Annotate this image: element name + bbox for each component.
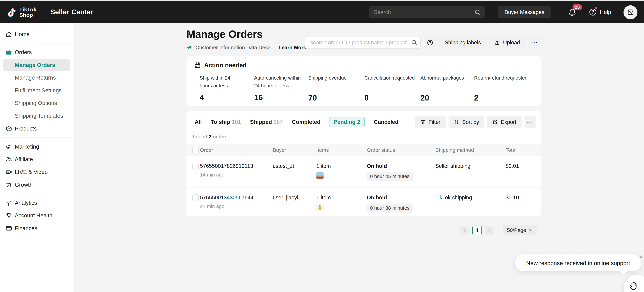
tab-pending[interactable]: Pending2 bbox=[329, 117, 365, 127]
sidebar-item-manage-orders[interactable]: Manage Orders bbox=[3, 59, 70, 71]
table-row[interactable]: 576550017826919113 14 min ago ustest_zt … bbox=[186, 156, 541, 188]
status-countdown: 0 hour 38 minutes bbox=[367, 203, 413, 212]
action-needed-header: Action needed bbox=[194, 61, 534, 68]
buyer-name: ustest_zt bbox=[273, 163, 316, 187]
search-icon bbox=[474, 9, 481, 15]
announcement-megaphone-icon bbox=[186, 44, 192, 50]
sidebar-item-shipping-options[interactable]: Shipping Options bbox=[0, 97, 74, 110]
stat-cancellation-requested[interactable]: Cancellation requested 0 bbox=[364, 74, 420, 102]
buyer-messages-button[interactable]: Buyer Messages bbox=[498, 6, 551, 18]
header-more-button[interactable]: ··· bbox=[528, 36, 541, 49]
products-icon bbox=[5, 125, 12, 132]
browser-edge-strip bbox=[0, 0, 644, 1]
filter-button[interactable]: Filter bbox=[415, 116, 446, 128]
orders-more-button[interactable]: ··· bbox=[524, 116, 536, 128]
sidebar-item-manage-returns[interactable]: Manage Returns bbox=[0, 71, 74, 84]
page-size-select[interactable]: 50/Page bbox=[503, 225, 537, 235]
current-page[interactable]: 1 bbox=[472, 225, 482, 235]
video-icon bbox=[5, 169, 12, 176]
product-thumbnail[interactable] bbox=[316, 203, 324, 211]
help-circle-button[interactable] bbox=[424, 36, 436, 49]
stat-abnormal-packages[interactable]: Abnormal packages 20 bbox=[420, 74, 474, 102]
next-page-button[interactable] bbox=[485, 225, 494, 235]
support-chat-button[interactable] bbox=[624, 275, 644, 292]
tab-canceled[interactable]: Canceled bbox=[374, 119, 398, 125]
action-needed-card: Action needed Ship within 24 hours or le… bbox=[186, 56, 541, 106]
toast-close-icon[interactable]: × bbox=[640, 254, 643, 260]
orders-icon bbox=[5, 49, 12, 56]
analytics-icon bbox=[5, 199, 12, 206]
found-orders-text: Found 2 orders bbox=[192, 134, 541, 140]
sidebar-item-products[interactable]: Products bbox=[0, 122, 74, 135]
upload-button[interactable]: Upload bbox=[489, 36, 525, 49]
select-all-checkbox[interactable] bbox=[192, 147, 199, 154]
chevron-down-icon bbox=[528, 228, 533, 232]
sidebar-divider bbox=[0, 137, 74, 138]
learn-more-link[interactable]: Learn More bbox=[278, 44, 306, 50]
shipping-method: TikTok shipping bbox=[436, 194, 506, 219]
app-title: Seller Center bbox=[50, 8, 93, 16]
sidebar-divider bbox=[0, 43, 74, 43]
sidebar-divider bbox=[0, 194, 74, 194]
pagination: 1 50/Page bbox=[460, 225, 537, 235]
tab-all[interactable]: All bbox=[194, 119, 202, 125]
sidebar-item-marketing[interactable]: Marketing bbox=[0, 140, 74, 153]
tab-completed[interactable]: Completed bbox=[292, 119, 320, 125]
stat-return-refund[interactable]: Return/refund requested 2 bbox=[474, 74, 534, 102]
sidebar-item-live-video[interactable]: LIVE & Video bbox=[0, 166, 74, 179]
sidebar-item-account-health[interactable]: Account Health bbox=[0, 209, 74, 222]
megaphone-icon bbox=[5, 143, 12, 150]
tab-shipped[interactable]: Shipped184 bbox=[250, 119, 283, 125]
tiktok-logo-icon bbox=[7, 6, 17, 18]
tab-to-ship[interactable]: To ship101 bbox=[211, 119, 241, 125]
orders-card: All To ship101 Shipped184 Completed Pend… bbox=[186, 111, 541, 216]
shop-avatar[interactable] bbox=[624, 5, 638, 19]
status-countdown: 0 hour 45 minutes bbox=[367, 172, 413, 181]
home-icon bbox=[5, 31, 12, 38]
export-button[interactable]: Export bbox=[487, 116, 522, 128]
sidebar-item-affiliate[interactable]: Affiliate bbox=[0, 153, 74, 166]
help-button[interactable]: Help bbox=[589, 8, 611, 16]
sidebar-item-growth[interactable]: Growth bbox=[0, 179, 74, 191]
sort-button[interactable]: Sort by bbox=[448, 116, 484, 128]
toast-message: New response received in online support bbox=[526, 260, 630, 266]
help-alert-dot bbox=[595, 7, 597, 9]
order-search-input[interactable] bbox=[304, 36, 420, 49]
sidebar-item-analytics[interactable]: Analytics bbox=[0, 197, 74, 209]
sidebar-item-shipping-templates[interactable]: Shipping Templates bbox=[0, 110, 74, 122]
row-checkbox[interactable] bbox=[192, 194, 199, 201]
action-stats: Ship within 24 hours or less 4 Auto-canc… bbox=[200, 74, 534, 102]
trophy-icon bbox=[5, 212, 12, 219]
sidebar-item-fulfillment-settings[interactable]: Fulfillment Settings bbox=[0, 84, 74, 97]
sidebar-item-orders[interactable]: Orders bbox=[0, 46, 74, 59]
sidebar: Home Orders Manage Orders Manage Returns… bbox=[0, 23, 74, 292]
calendar-clock-icon bbox=[194, 61, 201, 68]
export-icon bbox=[492, 119, 498, 125]
stat-auto-cancel[interactable]: Auto-canceling within 24 hours or less 1… bbox=[254, 74, 308, 102]
main-content: Manage Orders Customer Information Data … bbox=[186, 23, 541, 50]
order-status: On hold bbox=[367, 163, 436, 169]
growth-icon bbox=[5, 181, 12, 188]
stat-ship-24h[interactable]: Ship within 24 hours or less 4 bbox=[200, 74, 254, 102]
global-search-input[interactable] bbox=[369, 6, 485, 18]
order-total: $0.10 bbox=[506, 194, 535, 219]
prev-page-button[interactable] bbox=[460, 225, 470, 235]
support-toast[interactable]: New response received in online support bbox=[515, 254, 641, 271]
table-row[interactable]: 576550013430567644 21 min ago user_jiaoy… bbox=[186, 188, 541, 219]
brand[interactable]: TikTokShop Seller Center bbox=[7, 6, 94, 18]
row-checkbox[interactable] bbox=[192, 163, 199, 170]
shipping-method: Seller shipping bbox=[436, 163, 506, 187]
sidebar-item-finances[interactable]: Finances bbox=[0, 222, 74, 235]
notifications-button[interactable]: 25 bbox=[568, 8, 577, 17]
brand-name: TikTokShop bbox=[19, 7, 36, 17]
stat-shipping-overdue[interactable]: Shipping overdue 70 bbox=[308, 74, 364, 102]
storefront-icon bbox=[626, 8, 634, 16]
sort-icon bbox=[454, 119, 459, 125]
product-thumbnail[interactable] bbox=[316, 172, 324, 179]
brand-divider bbox=[44, 7, 44, 17]
sidebar-item-home[interactable]: Home bbox=[0, 28, 74, 41]
shipping-labels-button[interactable]: Shipping labels bbox=[439, 36, 486, 49]
topbar: TikTokShop Seller Center Buyer Messages bbox=[0, 1, 644, 23]
order-id: 576550017826919113 bbox=[200, 163, 273, 169]
topbar-right: Buyer Messages 25 bbox=[369, 5, 638, 19]
